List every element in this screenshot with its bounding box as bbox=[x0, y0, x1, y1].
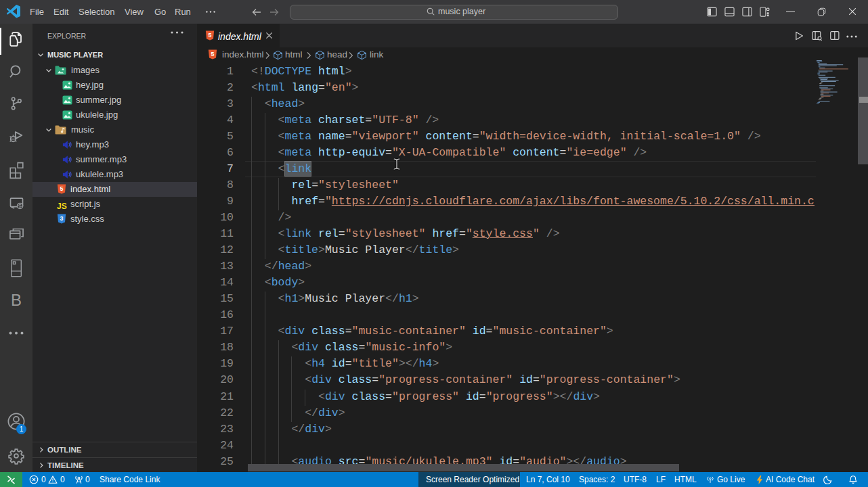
svg-text:5: 5 bbox=[211, 51, 215, 57]
svg-text:3: 3 bbox=[60, 215, 64, 222]
svg-text:5: 5 bbox=[209, 32, 212, 39]
svg-text:5: 5 bbox=[60, 185, 64, 192]
